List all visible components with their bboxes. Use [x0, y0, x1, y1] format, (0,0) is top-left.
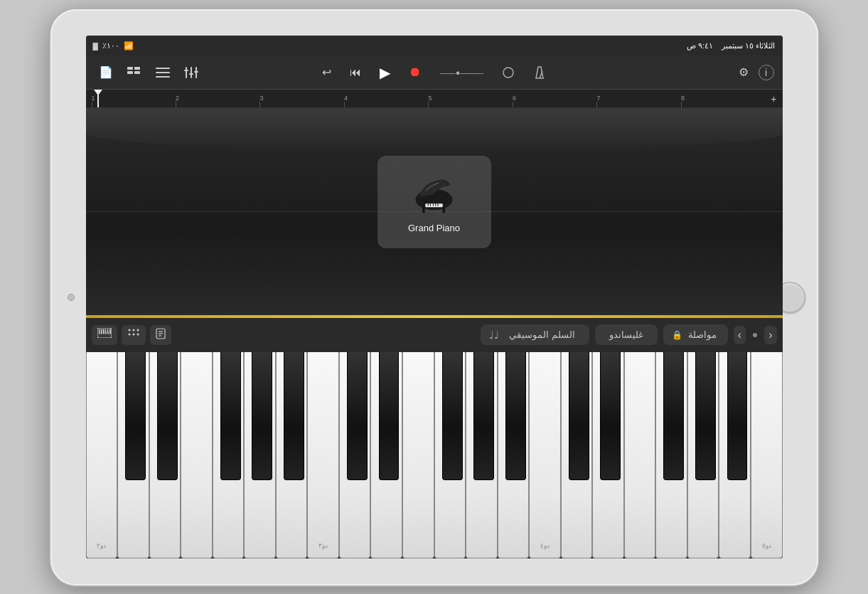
view-icons-group [92, 325, 171, 345]
sustain-group: مواصلة 🔒 [663, 324, 728, 345]
grand-piano-icon [411, 171, 457, 217]
svg-point-37 [132, 329, 134, 331]
svg-rect-18 [443, 207, 445, 213]
white-key-7[interactable]: دو٣ [307, 352, 339, 559]
svg-rect-28 [103, 329, 105, 334]
piano-keyboard[interactable]: دو٢دو٣دو٤دو٥ [86, 352, 783, 559]
lock-icon: 🔒 [672, 330, 682, 340]
play-button[interactable]: ▶ [375, 61, 395, 84]
svg-rect-32 [100, 329, 101, 332]
svg-point-41 [136, 333, 139, 335]
next-octave-button[interactable]: › [764, 326, 776, 344]
ruler-mark-8: 8 [681, 95, 765, 107]
metronome-button[interactable] [529, 63, 550, 83]
mixer-button[interactable] [180, 64, 203, 81]
ruler-mark-1: 1 [92, 95, 176, 107]
svg-rect-6 [156, 76, 170, 78]
status-time: ٩:٤١ ص [687, 41, 713, 50]
svg-rect-34 [106, 329, 107, 332]
dots-view-button[interactable] [122, 325, 146, 345]
black-key-2-1[interactable] [600, 352, 621, 480]
black-key-0-2[interactable] [220, 352, 241, 480]
black-key-2-4[interactable] [727, 352, 748, 480]
ruler-mark-3: 3 [259, 95, 343, 107]
black-key-0-0[interactable] [125, 352, 146, 480]
ipad-screen: ▓ ٪۱۰۰ 📶 الثلاثاء ١٥ سبتمبر ٩:٤١ ص 📄 [86, 36, 783, 558]
svg-point-38 [136, 329, 139, 331]
white-key-14[interactable]: دو٤ [529, 352, 561, 559]
white-key-0[interactable]: دو٢ [86, 352, 118, 559]
instrument-card[interactable]: Grand Piano [377, 156, 491, 248]
add-track-button[interactable]: + [771, 93, 776, 105]
tracks-view-button[interactable] [123, 64, 146, 81]
settings-button[interactable]: ⚙ [734, 63, 753, 82]
white-key-10[interactable] [402, 352, 434, 559]
black-key-1-1[interactable] [379, 352, 400, 480]
toolbar: 📄 [86, 55, 783, 90]
svg-rect-17 [422, 207, 424, 213]
ruler-mark-4: 4 [344, 95, 428, 107]
battery-icon: ▓ [93, 42, 98, 50]
svg-rect-33 [102, 329, 103, 332]
black-key-1-3[interactable] [473, 352, 494, 480]
black-key-1-4[interactable] [505, 352, 526, 480]
black-key-1-2[interactable] [442, 352, 463, 480]
black-key-2-2[interactable] [663, 352, 684, 480]
toolbar-left: 📄 [95, 63, 263, 82]
black-key-0-3[interactable] [252, 352, 272, 480]
svg-rect-0 [127, 67, 133, 70]
wifi-icon: 📶 [124, 41, 134, 51]
wave-top-decoration [86, 108, 783, 151]
keyboard-controls-bar: ‹ › مواصلة 🔒 غليساندو السلم الموسيقي ♩♩ [86, 318, 783, 352]
white-key-21[interactable]: دو٥ [751, 352, 783, 559]
loop-circle[interactable] [498, 63, 519, 82]
document-button[interactable]: 📄 [95, 63, 117, 82]
ruler-mark-5: 5 [428, 95, 512, 107]
status-left: ▓ ٪۱۰۰ 📶 [93, 41, 134, 51]
black-key-1-0[interactable] [347, 352, 368, 480]
scale-group: السلم الموسيقي ♩♩ [481, 324, 589, 345]
svg-point-40 [132, 333, 134, 335]
track-background[interactable]: Grand Piano [86, 108, 783, 315]
sustain-button[interactable]: مواصلة [682, 327, 722, 342]
svg-rect-11 [189, 73, 193, 75]
svg-rect-24 [437, 204, 438, 206]
ruler-content[interactable]: 1 2 3 4 5 [92, 90, 766, 107]
toolbar-center: ↩ ⏮ ▶ ⏺ ——●——— [266, 61, 603, 84]
ruler-mark-6: 6 [513, 95, 596, 107]
svg-rect-12 [194, 71, 198, 73]
scale-button[interactable]: السلم الموسيقي [503, 327, 581, 342]
settings-view-button[interactable] [150, 325, 171, 345]
white-key-17[interactable] [624, 352, 656, 559]
record-button[interactable]: ⏺ [404, 62, 426, 83]
list-view-button[interactable] [151, 64, 174, 81]
timeline-ruler: 1 2 3 4 5 [86, 90, 783, 108]
status-right: الثلاثاء ١٥ سبتمبر ٩:٤١ ص [687, 41, 775, 51]
black-key-0-4[interactable] [284, 352, 304, 480]
svg-rect-35 [108, 329, 109, 332]
svg-rect-1 [127, 71, 133, 74]
black-key-2-3[interactable] [695, 352, 716, 480]
keyboard-view-button[interactable] [92, 325, 117, 345]
svg-rect-7 [186, 67, 187, 78]
ruler-mark-2: 2 [176, 95, 259, 107]
black-key-0-1[interactable] [157, 352, 178, 480]
undo-button[interactable]: ↩ [318, 63, 336, 82]
prev-octave-button[interactable]: ‹ [734, 326, 746, 344]
white-key-3[interactable] [181, 352, 213, 559]
svg-rect-10 [184, 70, 188, 71]
ruler-mark-7: 7 [596, 95, 680, 107]
svg-rect-22 [433, 204, 434, 206]
rewind-button[interactable]: ⏮ [345, 63, 365, 82]
track-area: Grand Piano [86, 108, 783, 315]
glissando-group: غليساندو [595, 324, 658, 345]
volume-slider[interactable]: ——●——— [436, 65, 488, 80]
svg-rect-3 [134, 71, 140, 74]
svg-rect-5 [156, 72, 170, 73]
info-button[interactable]: i [759, 65, 774, 80]
svg-rect-23 [435, 204, 436, 206]
svg-point-13 [503, 68, 513, 78]
glissando-button[interactable]: غليساندو [604, 327, 649, 342]
svg-point-39 [128, 333, 130, 335]
black-key-2-0[interactable] [569, 352, 589, 480]
